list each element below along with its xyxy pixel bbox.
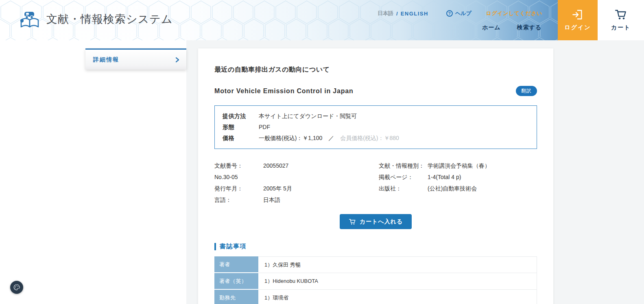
offer-row-format: 形態 PDF bbox=[223, 122, 529, 133]
detail-label: 文献番号： bbox=[214, 160, 263, 171]
cart-button-label: カート bbox=[611, 24, 631, 31]
bibliography-table: 著者 1）久保田 秀暢 著者（英） 1）Hidenobu KUBOTA 勤務先 … bbox=[214, 256, 537, 304]
site-header: 文献・情報検索システム 日本語 / ENGLISH ? ヘルプ ログインしてくだ… bbox=[0, 0, 644, 40]
table-value-cell: 1）Hidenobu KUBOTA bbox=[258, 273, 537, 290]
header-utility-bar: 日本語 / ENGLISH ? ヘルプ ログインしてください bbox=[378, 10, 542, 17]
detail-row-pages: 掲載ページ： 1-4(Total 4 p) bbox=[379, 171, 490, 183]
translate-badge-button[interactable]: 翻訳 bbox=[516, 86, 537, 96]
document-title-en: Motor Vehicle Emission Control in Japan bbox=[214, 87, 353, 95]
offer-row-delivery: 提供方法 本サイト上にてダウンロード・閲覧可 bbox=[223, 111, 529, 122]
site-logo[interactable]: 文献・情報検索システム bbox=[19, 10, 173, 28]
bibliography-heading-text: 書誌事項 bbox=[220, 243, 247, 250]
table-row-affiliation: 勤務先 1）環境省 bbox=[214, 290, 537, 304]
detail-label: 掲載ページ： bbox=[379, 171, 428, 183]
cart-icon-small bbox=[349, 219, 356, 225]
header-cart-button[interactable]: カート bbox=[598, 0, 644, 40]
offer-label: 提供方法 bbox=[223, 111, 259, 122]
table-value-cell: 1）環境省 bbox=[258, 290, 537, 304]
detail-value: 1-4(Total 4 p) bbox=[428, 171, 461, 183]
header-buttons: ログイン カート bbox=[558, 0, 644, 40]
offer-label: 形態 bbox=[223, 122, 259, 133]
detail-row-doc-type: 文献・情報種別： 学術講演会予稿集（春） bbox=[379, 160, 490, 171]
help-label: ヘルプ bbox=[455, 10, 472, 17]
site-title: 文献・情報検索システム bbox=[46, 12, 173, 26]
detail-row-publish-date: 発行年月： 2005年 5月 bbox=[214, 183, 379, 194]
details-column-right: 文献・情報種別： 学術講演会予稿集（春） 掲載ページ： 1-4(Total 4 … bbox=[379, 160, 490, 206]
detail-label: 言語： bbox=[214, 194, 263, 206]
accessibility-widget-button[interactable] bbox=[10, 281, 23, 294]
details-column-left: 文献番号： 20055027 No.30-05 発行年月： 2005年 5月 言… bbox=[214, 160, 379, 206]
login-prompt-link[interactable]: ログインしてください bbox=[486, 10, 542, 17]
add-to-cart-button[interactable]: カートへ入れる bbox=[340, 214, 412, 229]
door-login-icon bbox=[572, 9, 584, 20]
table-header-cell: 勤務先 bbox=[214, 290, 258, 304]
sidebar-item-detail-info[interactable]: 詳細情報 bbox=[85, 48, 186, 70]
nav-item-search[interactable]: 検索する bbox=[517, 24, 542, 31]
language-switch-english[interactable]: ENGLISH bbox=[401, 11, 428, 17]
offer-label: 価格 bbox=[223, 133, 259, 144]
offer-row-price: 価格 一般価格(税込)：￥1,100 ／ 会員価格(税込)：￥880 bbox=[223, 133, 529, 144]
table-row-author-en: 著者（英） 1）Hidenobu KUBOTA bbox=[214, 273, 537, 290]
detail-value: 学術講演会予稿集（春） bbox=[428, 160, 490, 171]
header-nav: ホーム 検索する bbox=[482, 24, 541, 31]
document-detail-card: 最近の自動車排出ガスの動向について Motor Vehicle Emission… bbox=[198, 48, 553, 304]
palette-icon bbox=[13, 284, 20, 291]
detail-label: 出版社： bbox=[379, 183, 428, 194]
offer-value: PDF bbox=[259, 122, 270, 133]
login-button[interactable]: ログイン bbox=[558, 0, 598, 40]
language-current-ja: 日本語 bbox=[378, 10, 393, 17]
cart-icon bbox=[614, 9, 627, 20]
page: 文献・情報検索システム 日本語 / ENGLISH ? ヘルプ ログインしてくだ… bbox=[0, 0, 644, 304]
login-button-label: ログイン bbox=[564, 24, 591, 31]
offer-price-group: 一般価格(税込)：￥1,100 ／ 会員価格(税込)：￥880 bbox=[259, 133, 399, 144]
detail-value: 日本語 bbox=[263, 194, 280, 206]
document-title-ja: 最近の自動車排出ガスの動向について bbox=[214, 66, 537, 74]
detail-label: No.30-05 bbox=[214, 171, 263, 183]
nav-item-home[interactable]: ホーム bbox=[482, 24, 501, 31]
help-link[interactable]: ? ヘルプ bbox=[446, 10, 472, 17]
sidebar-item-label: 詳細情報 bbox=[93, 56, 119, 63]
table-header-cell: 著者 bbox=[214, 256, 258, 273]
detail-row-doc-subnumber: No.30-05 bbox=[214, 171, 379, 183]
detail-value: 2005年 5月 bbox=[263, 183, 292, 194]
add-to-cart-label: カートへ入れる bbox=[360, 218, 403, 225]
offer-info-box: 提供方法 本サイト上にてダウンロード・閲覧可 形態 PDF 価格 一般価格(税込… bbox=[214, 105, 537, 149]
detail-label: 発行年月： bbox=[214, 183, 263, 194]
logo-book-car-icon bbox=[19, 10, 41, 28]
price-regular: 一般価格(税込)：￥1,100 bbox=[259, 135, 322, 141]
document-title-row: Motor Vehicle Emission Control in Japan … bbox=[214, 86, 537, 96]
detail-value: (公社)自動車技術会 bbox=[428, 183, 477, 194]
question-circle-icon: ? bbox=[446, 10, 453, 17]
price-member: 会員価格(税込)：￥880 bbox=[340, 135, 399, 141]
document-meta-details: 文献番号： 20055027 No.30-05 発行年月： 2005年 5月 言… bbox=[214, 160, 537, 206]
heading-accent-bar bbox=[214, 243, 216, 250]
language-separator: / bbox=[396, 11, 398, 17]
detail-row-publisher: 出版社： (公社)自動車技術会 bbox=[379, 183, 490, 194]
chevron-right-icon bbox=[175, 57, 180, 63]
offer-value: 本サイト上にてダウンロード・閲覧可 bbox=[259, 111, 357, 122]
detail-row-doc-number: 文献番号： 20055027 bbox=[214, 160, 379, 171]
table-value-cell: 1）久保田 秀暢 bbox=[258, 256, 537, 273]
detail-label: 文献・情報種別： bbox=[379, 160, 428, 171]
detail-value: 20055027 bbox=[263, 160, 288, 171]
bibliography-section-heading: 書誌事項 bbox=[214, 243, 537, 250]
table-header-cell: 著者（英） bbox=[214, 273, 258, 289]
table-row-author: 著者 1）久保田 秀暢 bbox=[214, 256, 537, 273]
price-separator: ／ bbox=[328, 135, 334, 141]
detail-row-language: 言語： 日本語 bbox=[214, 194, 379, 206]
